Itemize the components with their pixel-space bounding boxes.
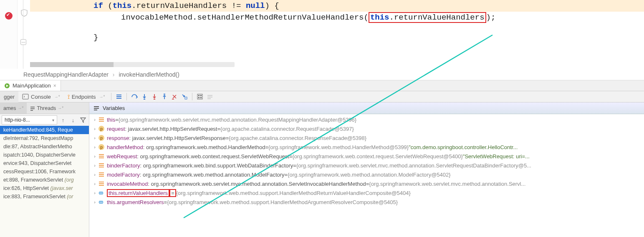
next-frame-button[interactable]: ↓ <box>69 116 77 124</box>
variable-row[interactable]: ›phandlerMethod: org.springframework.web… <box>89 142 644 152</box>
variable-type: : javax.servlet.http.HttpServletResponse <box>129 135 225 141</box>
code-line-current[interactable]: if (this.returnValueHandlers != null) { <box>30 0 644 12</box>
variable-value: {org.springframework.web.servlet.mvc.met… <box>296 162 531 169</box>
breadcrumb-class[interactable]: RequestMappingHandlerAdapter <box>23 71 109 78</box>
svg-rect-14 <box>207 95 212 96</box>
toolbar-separator <box>126 93 127 100</box>
variable-row[interactable]: ›oothis.returnValueHandlers = {org.sprin… <box>89 188 644 197</box>
expand-icon[interactable]: › <box>92 135 98 140</box>
gutter-breakpoint-row[interactable] <box>0 10 18 22</box>
step-into-icon[interactable] <box>139 92 149 102</box>
stack-frame-item[interactable]: ice:883, FrameworkServlet (or <box>0 192 89 201</box>
svg-rect-12 <box>198 97 200 98</box>
debug-toolbar: gger Console→* ⟟ Endpoints→* <box>0 91 644 102</box>
stack-frame-item[interactable]: dleInternal:792, RequestMapp <box>0 134 89 142</box>
trace-current-stream-chain-icon[interactable] <box>205 92 215 102</box>
force-step-into-icon[interactable] <box>149 92 159 102</box>
expand-icon[interactable]: › <box>92 154 98 159</box>
thread-selector-dropdown[interactable]: http-nio-8...▾ <box>2 115 57 125</box>
breadcrumb[interactable]: RequestMappingHandlerAdapter › invokeHan… <box>0 69 644 80</box>
variable-value: {org.apache.catalina.connector.RequestFa… <box>220 126 354 132</box>
variables-column: Variables ›this = {org.springframework.w… <box>89 102 644 237</box>
keyword-null: null <box>246 1 265 10</box>
svg-rect-9 <box>197 94 202 99</box>
expand-icon[interactable]: › <box>92 163 98 168</box>
threads-tab[interactable]: Threads→* <box>27 102 67 114</box>
field-icon <box>98 116 105 123</box>
expand-icon[interactable]: › <box>92 117 98 122</box>
variable-name: binderFactory <box>107 162 140 169</box>
svg-rect-22 <box>94 110 97 110</box>
fold-handle-icon[interactable]: — <box>20 39 26 45</box>
variable-name: response <box>107 135 129 141</box>
code-line[interactable]: invocableMethod.setHandlerMethodReturnVa… <box>30 12 644 23</box>
expand-icon[interactable]: › <box>92 181 98 186</box>
stack-frame-list[interactable]: keHandlerMethod:845, RequedleInternal:79… <box>0 126 89 237</box>
variable-type: : org.springframework.web.method.annotat… <box>140 172 285 178</box>
tab-console[interactable]: Console→* <box>18 91 64 102</box>
close-icon[interactable]: × <box>53 83 56 89</box>
expand-icon[interactable]: › <box>92 145 98 150</box>
svg-rect-1 <box>23 94 28 99</box>
stack-frame-item[interactable]: ervice:943, DispatcherServlet <box>0 159 89 167</box>
variable-value: {org.springframework.web.method.HandlerM… <box>268 144 409 150</box>
run-to-cursor-icon[interactable] <box>179 92 189 102</box>
variable-name: webRequest <box>107 153 137 160</box>
chevron-down-icon: ▾ <box>52 118 54 122</box>
variable-name: request <box>107 126 125 132</box>
stack-frame-item[interactable]: cessRequest:1006, Framework <box>0 167 89 176</box>
threads-icon <box>30 106 35 111</box>
step-out-icon[interactable] <box>159 92 169 102</box>
variable-tostring: "ServletWebRequest: uri=... <box>463 153 530 160</box>
variable-type: : org.springframework.web.context.reques… <box>137 153 289 160</box>
code-line[interactable]: } <box>30 32 644 43</box>
code-editor: — if (this.returnValueHandlers != null) … <box>0 0 644 69</box>
variable-row[interactable]: ›presponse: javax.servlet.http.HttpServl… <box>89 133 644 142</box>
variables-list[interactable]: ›this = {org.springframework.web.servlet… <box>89 114 644 237</box>
evaluate-expression-icon[interactable] <box>195 92 205 102</box>
variable-type: : javax.servlet.http.HttpServletRequest <box>125 126 217 132</box>
stack-frame-item[interactable]: keHandlerMethod:845, Reque <box>0 126 89 134</box>
field-icon <box>98 171 105 178</box>
spring-run-icon <box>4 83 10 89</box>
filter-frames-button[interactable] <box>79 116 87 124</box>
frames-tab[interactable]: ames→* <box>0 102 27 114</box>
drop-frame-icon[interactable] <box>169 92 179 102</box>
keyword-this: this <box>113 1 132 10</box>
variable-row[interactable]: ›modelFactory: org.springframework.web.m… <box>89 170 644 179</box>
variable-row[interactable]: ›oothis.argumentResolvers = {org.springf… <box>89 197 644 207</box>
variable-row[interactable]: ›binderFactory: org.springframework.web.… <box>89 161 644 170</box>
variable-value: {org.springframework.web.method.annotati… <box>288 172 450 178</box>
gutter-divider <box>23 0 23 69</box>
prev-frame-button[interactable]: ↑ <box>59 116 67 124</box>
stack-frame-item[interactable]: et:898, FrameworkServlet (org <box>0 176 89 184</box>
tab-endpoints[interactable]: ⟟ Endpoints→* <box>64 91 109 102</box>
step-over-icon[interactable] <box>129 92 139 102</box>
stack-frame-item[interactable]: ispatch:1040, DispatcherServle <box>0 151 89 159</box>
breadcrumb-method[interactable]: invokeHandlerMethod() <box>119 71 179 78</box>
variable-row[interactable]: ›webRequest: org.springframework.web.con… <box>89 152 644 161</box>
scrollbar-thumb[interactable] <box>30 62 114 67</box>
expand-icon[interactable]: › <box>92 190 98 195</box>
code-block[interactable]: if (this.returnValueHandlers != null) { … <box>30 0 644 43</box>
expand-icon[interactable]: › <box>92 200 98 205</box>
breakpoint-icon[interactable] <box>5 12 13 20</box>
expand-icon[interactable]: › <box>92 126 98 131</box>
field-icon <box>98 153 105 160</box>
stack-frame-item[interactable]: dle:87, AbstractHandlerMetho <box>0 142 89 151</box>
variable-row[interactable]: ›prequest: javax.servlet.http.HttpServle… <box>89 124 644 133</box>
variable-name: invocableMethod <box>107 181 148 187</box>
stack-frames-icon[interactable] <box>114 92 124 102</box>
variable-value: {org.springframework.web.method.support.… <box>176 190 411 196</box>
tab-debugger[interactable]: gger <box>0 91 18 102</box>
expand-icon[interactable]: › <box>92 172 98 177</box>
variable-row[interactable]: ›this = {org.springframework.web.servlet… <box>89 115 644 124</box>
stack-frame-item[interactable]: ice:626, HttpServlet (javax.ser <box>0 184 89 192</box>
editor-horizontal-scrollbar[interactable] <box>30 62 235 67</box>
run-tab-mainapplication[interactable]: MainApplication × <box>0 80 61 91</box>
variable-row[interactable]: ›invocableMethod: org.springframework.we… <box>89 179 644 188</box>
svg-rect-11 <box>200 95 202 96</box>
run-tab-label: MainApplication <box>13 82 51 89</box>
svg-rect-2 <box>116 95 121 95</box>
code-empty-line[interactable] <box>30 23 644 32</box>
